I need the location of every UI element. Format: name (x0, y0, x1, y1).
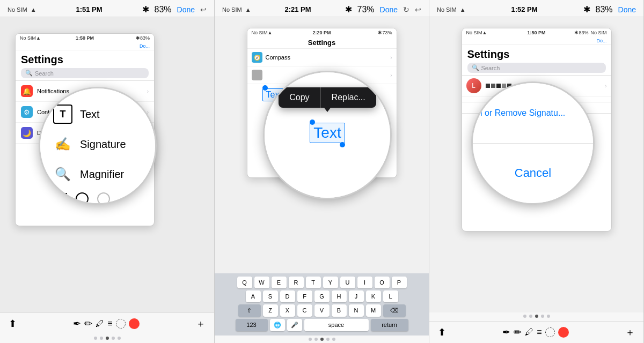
panel1-main: No SIM ▲ 1:50 PM ✱ 83% Do... Settings 🔍 … (0, 17, 214, 312)
key-Z[interactable]: Z (263, 304, 278, 317)
mag2-selected-text: Text (310, 123, 345, 143)
panel3-time: 1:52 PM (511, 5, 537, 13)
key-Y[interactable]: Y (323, 277, 338, 288)
phone2-compass-row[interactable]: 🧭 Compass › (247, 49, 397, 66)
key-Q[interactable]: Q (237, 277, 252, 288)
mag2-text-label: Text (313, 124, 341, 141)
panel3-done-btn[interactable]: Done (618, 5, 636, 14)
mag1-content: T Text ✍ Signature 🔍 Magnifier (40, 88, 155, 203)
signature-action-text[interactable]: l or Remove Signatu... (480, 108, 565, 118)
row-icon-notifications: 🔔 (21, 85, 33, 97)
key-O[interactable]: O (375, 277, 390, 288)
key-mic[interactable]: 🎤 (287, 319, 302, 331)
panel1-bottom-toolbar: ⬆ ✒ ✏ 🖊 ≡ ＋ (0, 312, 214, 334)
tool-item-magnifier[interactable]: 🔍 Magnifier (46, 159, 150, 189)
key-C[interactable]: C (297, 304, 312, 317)
lasso-icon[interactable] (116, 319, 126, 329)
panel2-topbar-actions: ✱ 73% Done ↻ ↩ (345, 4, 422, 14)
key-U[interactable]: U (340, 277, 355, 288)
key-shift[interactable]: ⇧ (238, 304, 261, 317)
key-delete[interactable]: ⌫ (383, 304, 406, 317)
key-X[interactable]: X (280, 304, 295, 317)
share-icon[interactable]: ⬆ (438, 326, 446, 338)
phone3-wifi: ▲ (482, 30, 487, 35)
panel2-refresh-icon[interactable]: ↻ (403, 5, 409, 14)
key-P[interactable]: P (392, 277, 407, 288)
record-btn[interactable] (558, 327, 569, 338)
phone1-done-strip: Do... (16, 42, 154, 50)
phone1-search-bar[interactable]: 🔍 Search (21, 68, 149, 78)
key-I[interactable]: I (357, 277, 372, 288)
phone2-bt: ✱ (378, 30, 382, 35)
panel1-action-icon[interactable]: ↩ (200, 5, 207, 14)
add-icon[interactable]: ＋ (196, 317, 206, 330)
ladder-icon[interactable]: ≡ (537, 327, 541, 337)
tool-item-signature[interactable]: ✍ Signature (46, 129, 150, 159)
keyboard-row-1: Q W E R T Y U I O P (217, 277, 427, 288)
phone3-carrier1: No SIM (466, 30, 482, 35)
phone3-search-bar[interactable]: 🔍 Search (467, 63, 606, 73)
phone1-wifi: ▲ (36, 35, 41, 41)
record-btn[interactable] (129, 318, 140, 329)
magnifier-circle-1: T Text ✍ Signature 🔍 Magnifier (39, 87, 157, 205)
key-return[interactable]: return (371, 319, 408, 331)
key-N[interactable]: N (349, 304, 364, 317)
replace-btn[interactable]: Replac... (321, 87, 376, 108)
panel2-keyboard[interactable]: Q W E R T Y U I O P A S D F G H J K L ⇧ … (215, 273, 429, 335)
key-H[interactable]: H (332, 290, 347, 302)
key-G[interactable]: G (314, 290, 330, 302)
phone3-settings-title: Settings (467, 48, 606, 61)
chevron-icon: › (390, 55, 392, 61)
tool-label-magnifier: Magnifier (80, 168, 124, 181)
phone1-statusbar: No SIM ▲ 1:50 PM ✱ 83% (16, 34, 154, 42)
key-123[interactable]: 123 (236, 319, 268, 331)
ladder-icon[interactable]: ≡ (107, 319, 112, 329)
copy-btn[interactable]: Copy (279, 87, 320, 108)
key-globe[interactable]: 🌐 (270, 319, 285, 331)
key-W[interactable]: W (254, 277, 269, 288)
panel1-topbar-actions: ✱ 83% Done ↩ (142, 4, 207, 14)
dot-4 (541, 315, 544, 318)
key-F[interactable]: F (297, 290, 312, 302)
dot-5 (547, 315, 550, 318)
phone1-time: 1:50 PM (76, 35, 94, 41)
key-E[interactable]: E (272, 277, 287, 288)
pen3-icon[interactable]: 🖊 (525, 327, 533, 337)
pen3-icon[interactable]: 🖊 (96, 319, 104, 329)
add-icon[interactable]: ＋ (625, 326, 635, 339)
key-A[interactable]: A (246, 290, 261, 302)
key-S[interactable]: S (263, 290, 278, 302)
panel2-battery: 73% (357, 5, 375, 14)
panel3-dots (429, 312, 643, 321)
panel2-nav-icon[interactable]: ↩ (415, 5, 421, 14)
phone3-inner-statusbar: No SIM ▲ 1:50 PM ✱ 83% No SIM (462, 28, 611, 37)
key-L[interactable]: L (383, 290, 398, 302)
pen2-icon[interactable]: ✏ (514, 326, 522, 338)
chevron-icon: › (605, 83, 606, 89)
panel3-bluetooth: ✱ (583, 4, 590, 14)
pen1-icon[interactable]: ✒ (73, 318, 81, 330)
share-icon[interactable]: ⬆ (9, 318, 17, 330)
key-K[interactable]: K (366, 290, 381, 302)
dot-2 (529, 315, 532, 318)
panel2-done-btn[interactable]: Done (380, 5, 398, 14)
key-M[interactable]: M (366, 304, 381, 317)
panel2-topbar-status: No SIM ▲ (222, 6, 251, 13)
lasso-icon[interactable] (545, 327, 555, 337)
panel1-done-btn[interactable]: Done (177, 5, 195, 14)
pen2-icon[interactable]: ✏ (84, 318, 92, 330)
row2-icon (252, 70, 262, 80)
key-B[interactable]: B (332, 304, 347, 317)
key-J[interactable]: J (349, 290, 364, 302)
key-space[interactable]: space (304, 319, 369, 331)
key-T[interactable]: T (306, 277, 321, 288)
panel2-carrier: No SIM (222, 6, 242, 13)
panel1-carrier: No SIM (8, 6, 27, 13)
tool-item-text[interactable]: T Text (46, 99, 150, 129)
key-R[interactable]: R (289, 277, 304, 288)
key-D[interactable]: D (280, 290, 295, 302)
pen1-icon[interactable]: ✒ (502, 326, 510, 338)
panel2-dots (215, 335, 429, 343)
panel1-topbar: No SIM ▲ 1:51 PM ✱ 83% Done ↩ (0, 0, 214, 17)
key-V[interactable]: V (314, 304, 330, 317)
